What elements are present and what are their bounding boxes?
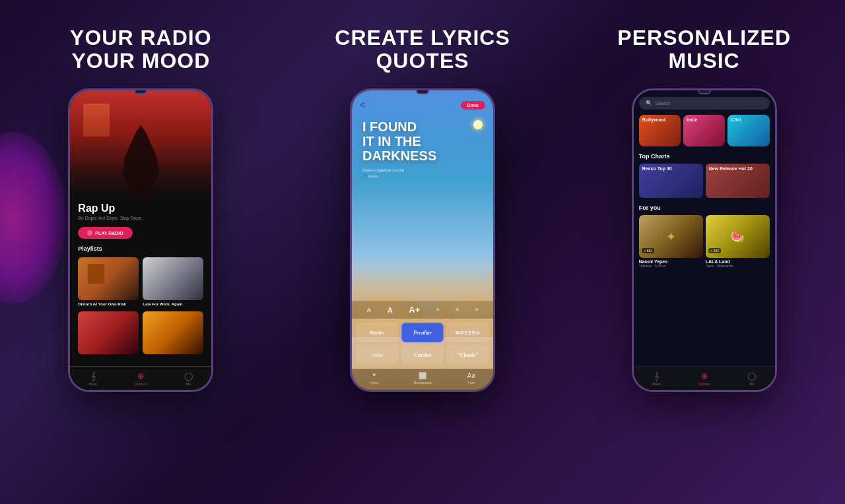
resso-logo: 🎵 resso: [362, 173, 483, 178]
playlists-grid: Disturb At Your Own Risk Late For Work, …: [78, 257, 203, 356]
phone1-bottom-nav: 𝄞 Music ⊕ Explore ◯ Me: [70, 366, 211, 390]
playlist-item-3[interactable]: [78, 311, 139, 356]
nav-music[interactable]: 𝄞 Music: [89, 371, 98, 386]
section-lyrics: CREATE LYRICS QUOTES < Done I FOUND: [282, 0, 564, 504]
main-container: YOUR RADIO YOUR MOOD Rap Up Be Dope. Act…: [0, 0, 845, 504]
phone1-notch: [134, 90, 147, 94]
phone3-music-icon: 𝄞: [654, 371, 659, 381]
play-radio-button[interactable]: PLAY RADIO: [78, 227, 132, 239]
section-radio: YOUR RADIO YOUR MOOD Rap Up Be Dope. Act…: [0, 0, 282, 504]
done-button[interactable]: Done: [461, 101, 486, 110]
font-icon: Aa: [467, 372, 475, 379]
search-placeholder: Search: [656, 101, 670, 106]
chart2-content: New Release Hot 20: [706, 164, 770, 174]
foryou-count-2: ♫ 692: [708, 248, 721, 253]
phone3-explore-icon: ⊕: [701, 371, 708, 381]
tab-background[interactable]: ⬜ Background: [414, 372, 432, 385]
phone2-notch: [416, 90, 429, 94]
lyrics-icon: ❝: [372, 372, 376, 379]
hero-silhouette: [114, 117, 167, 196]
music-icon: 𝄞: [91, 371, 96, 381]
bollywood-label: Bollywood: [642, 117, 665, 122]
phone3-nav-explore-label: Explore: [698, 382, 710, 386]
font-slim[interactable]: /Slim: [356, 345, 399, 365]
back-button[interactable]: <: [360, 100, 365, 110]
nav-me[interactable]: ◯ Me: [184, 371, 193, 386]
playlists-label: Playlists: [78, 245, 203, 252]
playlist-item-2[interactable]: Late For Work, Again: [143, 257, 203, 307]
nav-music-label: Music: [89, 382, 98, 386]
phone2-screen: < Done I FOUND IT IN THE DARKNESS Tune i…: [352, 90, 493, 390]
top-charts-title: Top Charts: [639, 153, 770, 160]
phone3-nav-explore[interactable]: ⊕ Explore: [698, 371, 710, 386]
align-right-icon[interactable]: ≡: [475, 307, 479, 313]
foryou-card-1[interactable]: ♫ 692 Naomi Yepes Upbeat · Focus: [639, 215, 703, 268]
text-size-small[interactable]: A: [366, 307, 371, 313]
font-basic[interactable]: Basic: [356, 323, 399, 342]
playlist-item-1[interactable]: Disturb At Your Own Risk: [78, 257, 139, 307]
phone1-album-subtitle: Be Dope. Act Dope. Stay Dope.: [78, 216, 203, 220]
playlist-thumb-4: [143, 311, 203, 354]
chart2-title: New Release Hot 20: [709, 166, 766, 172]
hero-light: [83, 104, 110, 137]
font-cursive[interactable]: Cursive: [401, 345, 444, 365]
charts-grid: Resso Top 30 New Release Hot 20: [639, 164, 770, 198]
phone3-search-bar[interactable]: 🔍 Search: [639, 97, 770, 110]
chart-resso-top30[interactable]: Resso Top 30: [639, 164, 703, 198]
section3-title: PERSONALIZED MUSIC: [617, 26, 791, 73]
playlist-thumb-3: [78, 311, 139, 354]
categories-row: Bollywood Indie Chill: [639, 115, 770, 146]
category-bollywood[interactable]: Bollywood: [639, 115, 681, 146]
phone3-bottom-nav: 𝄞 Music ⊕ Explore ◯ Me: [634, 366, 775, 390]
explore-icon: ⊕: [137, 371, 144, 381]
tab-font[interactable]: Aa Font: [467, 372, 475, 385]
chill-label: Chill: [731, 117, 741, 122]
phone3-screen: 🔍 Search Bollywood Indie Chill: [634, 90, 775, 390]
playlist-label-2: Late For Work, Again: [143, 302, 203, 307]
phone2-lyrics: I FOUND IT IN THE DARKNESS Tune in toget…: [352, 113, 493, 301]
foryou-card-2[interactable]: ♫ 692 LALA Land Jazz · Romantic: [706, 215, 770, 268]
foryou-count-1: ♫ 692: [642, 248, 654, 253]
playlist-thumb-1: [78, 257, 139, 300]
foryou-grid: ♫ 692 Naomi Yepes Upbeat · Focus ♫ 692 L…: [639, 215, 770, 268]
phone3-me-icon: ◯: [747, 371, 756, 381]
category-indie[interactable]: Indie: [683, 115, 725, 146]
search-icon: 🔍: [646, 100, 652, 106]
text-size-large[interactable]: A+: [409, 305, 420, 315]
align-center-icon[interactable]: ≡: [456, 307, 459, 313]
nav-explore-label: Explore: [135, 382, 147, 386]
align-left-icon[interactable]: ≡: [436, 307, 440, 313]
phone2-toolbar: A A A+ ≡ ≡ ≡: [352, 301, 493, 319]
foryou-thumb-2: ♫ 692: [706, 215, 770, 258]
playlist-item-4[interactable]: [143, 311, 203, 356]
nav-explore[interactable]: ⊕ Explore: [135, 371, 147, 386]
playlist-label-1: Disturb At Your Own Risk: [78, 302, 139, 307]
tab-lyrics[interactable]: ❝ Lyrics: [370, 372, 378, 385]
phone3-nav-music[interactable]: 𝄞 Music: [652, 371, 661, 386]
chart1-title: Resso Top 30: [642, 166, 700, 172]
section1-title: YOUR RADIO YOUR MOOD: [70, 26, 211, 73]
chart-new-release[interactable]: New Release Hot 20: [706, 164, 770, 198]
song2-title: LALA Land: [706, 259, 770, 264]
section2-title: CREATE LYRICS QUOTES: [335, 26, 510, 73]
category-chill[interactable]: Chill: [727, 115, 769, 146]
font-peculiar[interactable]: Peculiar: [401, 323, 444, 342]
chart1-content: Resso Top 30: [639, 164, 703, 174]
foryou-thumb-1: ♫ 692: [639, 215, 703, 258]
phone3-content: Bollywood Indie Chill Top Charts: [634, 115, 775, 366]
lyrics-text: I FOUND IT IN THE DARKNESS: [362, 119, 483, 163]
background-icon: ⬜: [419, 372, 426, 379]
phone3-notch: [698, 90, 711, 94]
phone1-hero: [70, 90, 211, 196]
lyrics-tagline: Tune in together | resso: [362, 168, 483, 172]
phone3-nav-music-label: Music: [652, 382, 661, 386]
phone3-nav-me[interactable]: ◯ Me: [747, 371, 756, 386]
phone1-screen: Rap Up Be Dope. Act Dope. Stay Dope. PLA…: [70, 90, 211, 390]
playlist-thumb-2: [143, 257, 203, 300]
song1-title: Naomi Yepes: [639, 259, 703, 264]
font-modern[interactable]: MODERN: [446, 323, 489, 342]
font-classic[interactable]: "Classic": [446, 345, 489, 365]
me-icon: ◯: [184, 371, 193, 381]
phone3-nav-me-label: Me: [749, 382, 754, 386]
text-size-medium[interactable]: A: [388, 306, 393, 314]
